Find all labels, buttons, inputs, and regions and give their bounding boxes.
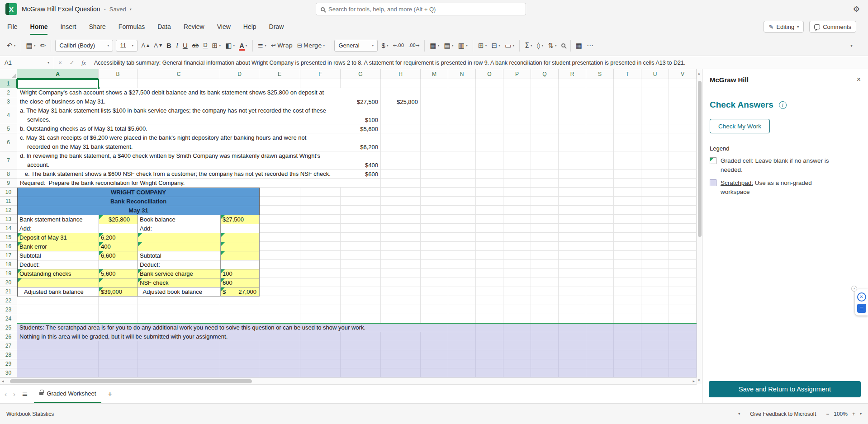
grid-cell[interactable]	[341, 350, 381, 359]
grid-cell[interactable]	[586, 368, 614, 377]
grid-cell[interactable]	[476, 197, 503, 206]
grid-cell[interactable]	[476, 359, 503, 368]
row-header-8[interactable]: 8	[0, 170, 17, 179]
grid-cell[interactable]	[503, 278, 531, 287]
recon-cell[interactable]: Deduct:	[18, 260, 99, 269]
grid-cell[interactable]	[586, 79, 614, 88]
grid-cell[interactable]	[559, 188, 586, 197]
grid-cell[interactable]	[476, 224, 503, 233]
grid-cell[interactable]	[381, 179, 421, 188]
recon-cell[interactable]	[138, 233, 221, 242]
grid-cell[interactable]	[586, 287, 614, 296]
grid-cell[interactable]	[448, 260, 476, 269]
format-cells-select[interactable]: ▭▾	[503, 40, 517, 52]
grid-cell[interactable]	[421, 278, 448, 287]
selected-cell-a1[interactable]	[17, 79, 99, 89]
grid-cell[interactable]	[476, 106, 503, 124]
grid-cell[interactable]	[641, 106, 669, 124]
grid-cell[interactable]	[448, 305, 476, 314]
grid-cell[interactable]	[300, 206, 341, 215]
grid-cell[interactable]	[341, 197, 381, 206]
grid-cell[interactable]	[448, 269, 476, 278]
column-header-R[interactable]: R	[559, 69, 586, 79]
column-header-P[interactable]: P	[503, 69, 531, 79]
grid-cell[interactable]	[586, 332, 614, 341]
grid-cell[interactable]	[559, 151, 586, 170]
grid-cell[interactable]	[614, 269, 641, 278]
grid-cell[interactable]	[421, 242, 448, 251]
grid-cell[interactable]	[421, 224, 448, 233]
grid-cell[interactable]	[421, 233, 448, 242]
grid-cell[interactable]	[448, 359, 476, 368]
grid-cell[interactable]	[341, 88, 381, 97]
grid-cell[interactable]	[503, 79, 531, 88]
recon-cell[interactable]: Outstanding checks	[18, 269, 99, 278]
grid-cell[interactable]	[341, 269, 381, 278]
row-header-7[interactable]: 7	[0, 151, 17, 170]
grid-cell[interactable]	[559, 106, 586, 124]
zoom-in-button[interactable]: +	[852, 411, 855, 417]
widget-icon-2[interactable]: ≡	[857, 304, 866, 313]
grid-cell[interactable]	[559, 233, 586, 242]
grid-cell[interactable]	[586, 269, 614, 278]
grid-cell[interactable]	[421, 188, 448, 197]
grid-cell[interactable]	[531, 188, 559, 197]
grid-cell[interactable]	[531, 206, 559, 215]
grid-cell[interactable]	[641, 233, 669, 242]
grid-cell[interactable]	[381, 350, 421, 359]
row-header-18[interactable]: 18	[0, 260, 17, 269]
grid-cell[interactable]	[614, 79, 641, 88]
grid-cell[interactable]	[421, 206, 448, 215]
sort-filter-select[interactable]: ⇅▾	[545, 40, 559, 52]
grid-cell[interactable]	[448, 287, 476, 296]
grid-cell[interactable]	[669, 296, 697, 305]
grid-cell[interactable]	[99, 305, 138, 314]
underline-button[interactable]: U	[180, 40, 190, 51]
prev-sheet-icon[interactable]: ‹	[5, 390, 7, 398]
grid-cell[interactable]	[503, 287, 531, 296]
grid-cell[interactable]	[669, 197, 697, 206]
grid-cell[interactable]	[641, 350, 669, 359]
grid-cell[interactable]	[476, 179, 503, 188]
grid-cell[interactable]	[341, 296, 381, 305]
recon-cell[interactable]: Bank service charge	[138, 269, 221, 278]
wrap-text-button[interactable]: ↩Wrap	[269, 40, 295, 51]
grid-cell[interactable]	[669, 79, 697, 88]
grid-cell[interactable]	[503, 124, 531, 133]
scroll-right-icon[interactable]: ▸	[693, 379, 695, 383]
menu-item-view[interactable]: View	[217, 18, 231, 35]
cell-styles-select[interactable]: ▥▾	[456, 40, 470, 52]
grid-cell[interactable]	[17, 314, 99, 323]
grid-cell[interactable]	[531, 224, 559, 233]
grid-cell[interactable]	[476, 79, 503, 88]
grid-cell[interactable]	[559, 368, 586, 377]
grid-cell[interactable]	[476, 151, 503, 170]
grid-cell[interactable]	[669, 332, 697, 341]
strikethrough-button[interactable]: ab	[190, 40, 201, 51]
recon-cell[interactable]	[221, 251, 260, 260]
grid-cell[interactable]	[220, 296, 259, 305]
grid-cell[interactable]	[381, 278, 421, 287]
grid-cell[interactable]	[531, 79, 559, 88]
grid-cell[interactable]	[448, 179, 476, 188]
grid-cell[interactable]	[259, 79, 300, 88]
grid-cell[interactable]	[341, 79, 381, 88]
grid-cell[interactable]	[669, 151, 697, 170]
grid-cell[interactable]	[448, 278, 476, 287]
grid-cell[interactable]	[641, 179, 669, 188]
grid-cell[interactable]	[669, 260, 697, 269]
grid-cell[interactable]	[300, 332, 341, 341]
grid-cell[interactable]	[531, 269, 559, 278]
grid-cell[interactable]	[559, 341, 586, 350]
grid-cell[interactable]	[476, 188, 503, 197]
grid-cell[interactable]	[421, 97, 448, 106]
scratchpad-link[interactable]: Scratchpad:	[721, 179, 753, 186]
row-header-12[interactable]: 12	[0, 206, 17, 215]
grid-cell[interactable]	[448, 170, 476, 179]
grid-cell[interactable]	[614, 206, 641, 215]
grid-cell[interactable]	[17, 350, 99, 359]
grid-cell[interactable]	[503, 341, 531, 350]
grid-cell[interactable]	[448, 133, 476, 151]
grid-cell[interactable]	[381, 305, 421, 314]
grid-cell[interactable]	[259, 287, 300, 296]
